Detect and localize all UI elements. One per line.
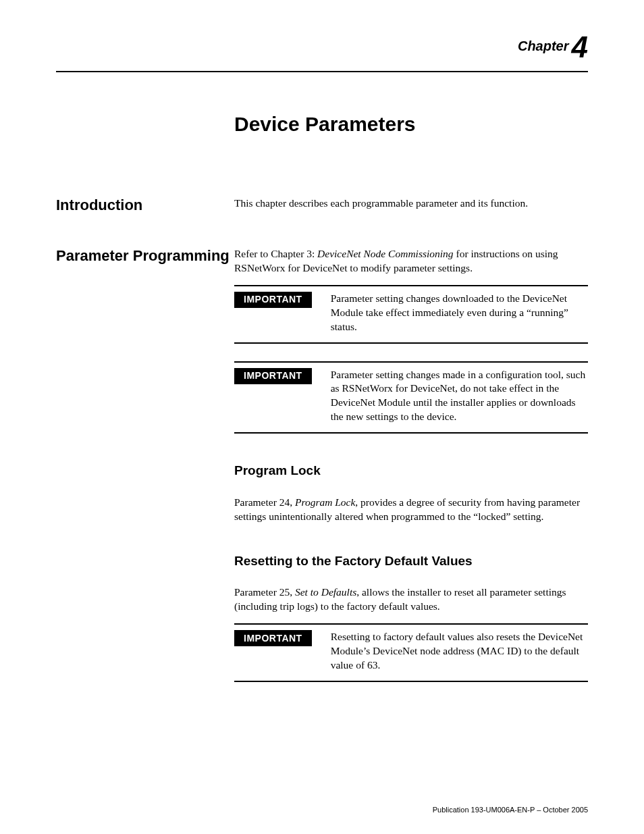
- reset-defaults-heading: Resetting to the Factory Default Values: [234, 552, 588, 570]
- reset-defaults-text-pre: Parameter 25,: [234, 586, 295, 598]
- important-text-2: Parameter setting changes made in a conf…: [331, 368, 588, 425]
- parameter-programming-heading: Parameter Programming: [56, 247, 234, 265]
- reset-defaults-body: Parameter 25, Set to Defaults, allows th…: [234, 585, 588, 614]
- page-title: Device Parameters: [234, 113, 588, 136]
- chapter-number: 4: [572, 30, 588, 63]
- introduction-body: This chapter describes each programmable…: [234, 197, 588, 211]
- program-lock-body: Parameter 24, Program Lock, provides a d…: [234, 496, 588, 524]
- chapter-label: Chapter: [518, 38, 569, 53]
- important-text-1: Parameter setting changes downloaded to …: [331, 292, 588, 334]
- important-text-3: Resetting to factory default values also…: [331, 630, 588, 673]
- introduction-heading: Introduction: [56, 197, 234, 214]
- important-label: IMPORTANT: [234, 630, 312, 646]
- program-lock-heading: Program Lock: [234, 462, 588, 479]
- param-prog-text-pre: Refer to Chapter 3:: [234, 248, 317, 259]
- footer-publication: Publication 193-UM006A-EN-P – October 20…: [433, 806, 588, 814]
- param-prog-text-italic: DeviceNet Node Commissioning: [317, 248, 453, 259]
- chapter-header: Chapter4: [56, 30, 588, 64]
- header-rule: [56, 71, 588, 72]
- important-box-2: IMPORTANT Parameter setting changes made…: [234, 361, 588, 434]
- important-label: IMPORTANT: [234, 292, 312, 308]
- parameter-programming-body: Refer to Chapter 3: DeviceNet Node Commi…: [234, 247, 588, 276]
- section-parameter-programming: Parameter Programming Refer to Chapter 3…: [56, 247, 588, 682]
- reset-defaults-text-italic: Set to Defaults: [295, 586, 356, 598]
- important-box-3: IMPORTANT Resetting to factory default v…: [234, 623, 588, 682]
- program-lock-text-pre: Parameter 24,: [234, 496, 295, 508]
- program-lock-text-italic: Program Lock: [295, 496, 355, 508]
- section-introduction: Introduction This chapter describes each…: [56, 197, 588, 220]
- important-box-1: IMPORTANT Parameter setting changes down…: [234, 285, 588, 344]
- important-label: IMPORTANT: [234, 368, 312, 384]
